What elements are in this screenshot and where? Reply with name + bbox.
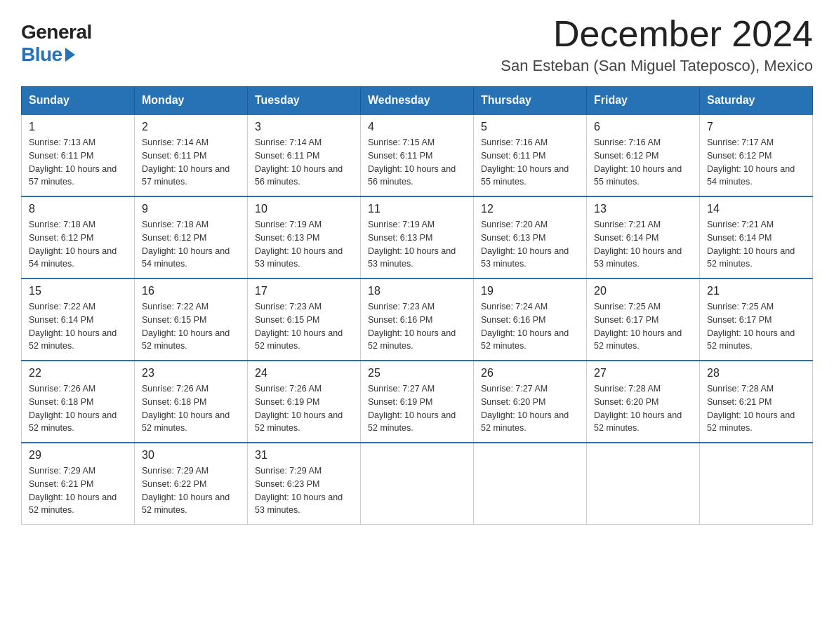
day-number: 20 [594, 285, 692, 297]
day-info: Sunrise: 7:19 AMSunset: 6:13 PMDaylight:… [255, 218, 353, 271]
day-info: Sunrise: 7:18 AMSunset: 6:12 PMDaylight:… [142, 218, 240, 271]
calendar-cell: 25 Sunrise: 7:27 AMSunset: 6:19 PMDaylig… [361, 361, 474, 443]
day-number: 12 [481, 203, 579, 215]
calendar-cell: 7 Sunrise: 7:17 AMSunset: 6:12 PMDayligh… [700, 114, 813, 196]
day-number: 29 [29, 449, 127, 462]
day-number: 5 [481, 121, 579, 133]
calendar-cell: 21 Sunrise: 7:25 AMSunset: 6:17 PMDaylig… [700, 279, 813, 361]
day-info: Sunrise: 7:29 AMSunset: 6:23 PMDaylight:… [255, 464, 353, 517]
page-title: December 2024 [501, 14, 813, 54]
day-info: Sunrise: 7:28 AMSunset: 6:21 PMDaylight:… [707, 382, 805, 435]
calendar-cell: 9 Sunrise: 7:18 AMSunset: 6:12 PMDayligh… [135, 196, 248, 279]
day-number: 22 [29, 367, 127, 380]
calendar-cell: 14 Sunrise: 7:21 AMSunset: 6:14 PMDaylig… [700, 196, 813, 279]
day-info: Sunrise: 7:19 AMSunset: 6:13 PMDaylight:… [368, 218, 466, 271]
calendar-cell: 11 Sunrise: 7:19 AMSunset: 6:13 PMDaylig… [361, 196, 474, 279]
calendar-week-5: 29 Sunrise: 7:29 AMSunset: 6:21 PMDaylig… [22, 443, 813, 525]
page-subtitle: San Esteban (San Miguel Tateposco), Mexi… [501, 57, 813, 75]
day-number: 13 [594, 203, 692, 215]
day-info: Sunrise: 7:20 AMSunset: 6:13 PMDaylight:… [481, 218, 579, 271]
calendar-cell: 20 Sunrise: 7:25 AMSunset: 6:17 PMDaylig… [587, 279, 700, 361]
day-number: 27 [594, 367, 692, 380]
calendar-cell: 29 Sunrise: 7:29 AMSunset: 6:21 PMDaylig… [22, 443, 135, 525]
calendar-cell: 26 Sunrise: 7:27 AMSunset: 6:20 PMDaylig… [474, 361, 587, 443]
calendar-cell: 23 Sunrise: 7:26 AMSunset: 6:18 PMDaylig… [135, 361, 248, 443]
calendar-cell: 30 Sunrise: 7:29 AMSunset: 6:22 PMDaylig… [135, 443, 248, 525]
day-info: Sunrise: 7:27 AMSunset: 6:19 PMDaylight:… [368, 382, 466, 435]
calendar-header: SundayMondayTuesdayWednesdayThursdayFrid… [22, 87, 813, 115]
calendar-cell: 8 Sunrise: 7:18 AMSunset: 6:12 PMDayligh… [22, 196, 135, 279]
day-info: Sunrise: 7:15 AMSunset: 6:11 PMDaylight:… [368, 136, 466, 189]
day-info: Sunrise: 7:25 AMSunset: 6:17 PMDaylight:… [594, 300, 692, 353]
calendar-cell: 18 Sunrise: 7:23 AMSunset: 6:16 PMDaylig… [361, 279, 474, 361]
day-number: 11 [368, 203, 466, 215]
day-info: Sunrise: 7:29 AMSunset: 6:21 PMDaylight:… [29, 464, 127, 517]
day-info: Sunrise: 7:24 AMSunset: 6:16 PMDaylight:… [481, 300, 579, 353]
calendar-week-2: 8 Sunrise: 7:18 AMSunset: 6:12 PMDayligh… [22, 196, 813, 279]
day-number: 10 [255, 203, 353, 215]
logo-blue-text: Blue [21, 43, 75, 66]
header-day-sunday: Sunday [22, 87, 135, 115]
header-day-saturday: Saturday [700, 87, 813, 115]
page-header: General Blue December 2024 San Esteban (… [21, 14, 813, 75]
header-day-friday: Friday [587, 87, 700, 115]
day-number: 28 [707, 367, 805, 380]
header-day-wednesday: Wednesday [361, 87, 474, 115]
calendar-week-3: 15 Sunrise: 7:22 AMSunset: 6:14 PMDaylig… [22, 279, 813, 361]
calendar-cell: 17 Sunrise: 7:23 AMSunset: 6:15 PMDaylig… [248, 279, 361, 361]
day-info: Sunrise: 7:23 AMSunset: 6:16 PMDaylight:… [368, 300, 466, 353]
calendar-cell: 1 Sunrise: 7:13 AMSunset: 6:11 PMDayligh… [22, 114, 135, 196]
day-info: Sunrise: 7:14 AMSunset: 6:11 PMDaylight:… [255, 136, 353, 189]
day-number: 14 [707, 203, 805, 215]
day-number: 16 [142, 285, 240, 297]
day-info: Sunrise: 7:18 AMSunset: 6:12 PMDaylight:… [29, 218, 127, 271]
calendar-cell: 15 Sunrise: 7:22 AMSunset: 6:14 PMDaylig… [22, 279, 135, 361]
calendar-body: 1 Sunrise: 7:13 AMSunset: 6:11 PMDayligh… [22, 114, 813, 525]
day-info: Sunrise: 7:26 AMSunset: 6:19 PMDaylight:… [255, 382, 353, 435]
day-number: 3 [255, 121, 353, 133]
logo-triangle-icon [65, 48, 75, 62]
calendar-cell [587, 443, 700, 525]
calendar-cell: 27 Sunrise: 7:28 AMSunset: 6:20 PMDaylig… [587, 361, 700, 443]
day-info: Sunrise: 7:23 AMSunset: 6:15 PMDaylight:… [255, 300, 353, 353]
calendar-cell [361, 443, 474, 525]
calendar-cell: 16 Sunrise: 7:22 AMSunset: 6:15 PMDaylig… [135, 279, 248, 361]
day-number: 21 [707, 285, 805, 297]
day-info: Sunrise: 7:21 AMSunset: 6:14 PMDaylight:… [594, 218, 692, 271]
calendar-cell: 4 Sunrise: 7:15 AMSunset: 6:11 PMDayligh… [361, 114, 474, 196]
day-info: Sunrise: 7:16 AMSunset: 6:11 PMDaylight:… [481, 136, 579, 189]
day-info: Sunrise: 7:28 AMSunset: 6:20 PMDaylight:… [594, 382, 692, 435]
calendar-table: SundayMondayTuesdayWednesdayThursdayFrid… [21, 86, 813, 525]
calendar-cell: 19 Sunrise: 7:24 AMSunset: 6:16 PMDaylig… [474, 279, 587, 361]
day-number: 6 [594, 121, 692, 133]
day-number: 26 [481, 367, 579, 380]
calendar-cell: 31 Sunrise: 7:29 AMSunset: 6:23 PMDaylig… [248, 443, 361, 525]
day-number: 2 [142, 121, 240, 133]
calendar-cell: 2 Sunrise: 7:14 AMSunset: 6:11 PMDayligh… [135, 114, 248, 196]
day-number: 18 [368, 285, 466, 297]
day-info: Sunrise: 7:26 AMSunset: 6:18 PMDaylight:… [142, 382, 240, 435]
header-day-tuesday: Tuesday [248, 87, 361, 115]
calendar-cell: 13 Sunrise: 7:21 AMSunset: 6:14 PMDaylig… [587, 196, 700, 279]
day-number: 9 [142, 203, 240, 215]
day-info: Sunrise: 7:29 AMSunset: 6:22 PMDaylight:… [142, 464, 240, 517]
day-number: 7 [707, 121, 805, 133]
header-day-monday: Monday [135, 87, 248, 115]
day-number: 24 [255, 367, 353, 380]
calendar-cell: 10 Sunrise: 7:19 AMSunset: 6:13 PMDaylig… [248, 196, 361, 279]
day-number: 17 [255, 285, 353, 297]
day-number: 4 [368, 121, 466, 133]
calendar-cell: 22 Sunrise: 7:26 AMSunset: 6:18 PMDaylig… [22, 361, 135, 443]
calendar-cell: 24 Sunrise: 7:26 AMSunset: 6:19 PMDaylig… [248, 361, 361, 443]
calendar-cell [474, 443, 587, 525]
calendar-week-4: 22 Sunrise: 7:26 AMSunset: 6:18 PMDaylig… [22, 361, 813, 443]
day-number: 25 [368, 367, 466, 380]
logo-general-text: General [21, 21, 92, 43]
day-number: 19 [481, 285, 579, 297]
day-info: Sunrise: 7:16 AMSunset: 6:12 PMDaylight:… [594, 136, 692, 189]
day-info: Sunrise: 7:17 AMSunset: 6:12 PMDaylight:… [707, 136, 805, 189]
day-info: Sunrise: 7:27 AMSunset: 6:20 PMDaylight:… [481, 382, 579, 435]
logo: General Blue [21, 21, 92, 66]
header-day-thursday: Thursday [474, 87, 587, 115]
day-info: Sunrise: 7:13 AMSunset: 6:11 PMDaylight:… [29, 136, 127, 189]
